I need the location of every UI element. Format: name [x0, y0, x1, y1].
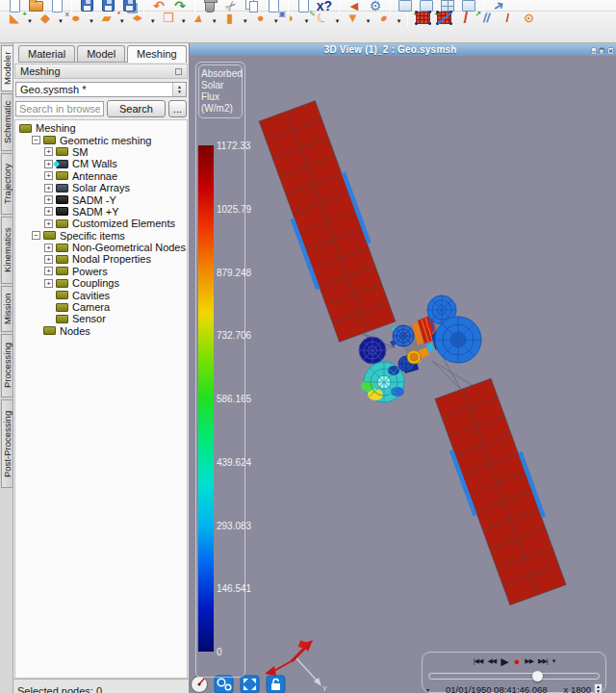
- tree-item-nodes[interactable]: Nodes: [15, 325, 187, 337]
- skip-to-end-button[interactable]: ▶▶|: [538, 656, 548, 666]
- create-trapezoid-icon[interactable]: ▰: [97, 9, 116, 28]
- file-combo[interactable]: Geo.sysmsh * ▲▼: [15, 82, 187, 97]
- record-button[interactable]: ●: [514, 656, 521, 666]
- search-input[interactable]: [15, 101, 104, 116]
- tab-material[interactable]: Material: [18, 45, 75, 62]
- create-cylinder-icon[interactable]: ▮: [220, 9, 240, 28]
- minimize-button[interactable]: –: [591, 47, 596, 55]
- create-cone-icon[interactable]: ▲: [190, 9, 209, 28]
- tree-item-powers[interactable]: +Powers: [15, 266, 187, 277]
- tree-expander-icon[interactable]: +: [44, 244, 53, 252]
- tree-item-specific-items[interactable]: −Specific items: [15, 230, 187, 242]
- tree-expander-icon[interactable]: +: [44, 147, 53, 156]
- tree-expander-icon[interactable]: +: [44, 171, 53, 180]
- tree-item-antennae[interactable]: +Antennae: [15, 170, 187, 182]
- mesh-refine-icon[interactable]: [434, 9, 453, 28]
- tree-item-sensor[interactable]: Sensor: [15, 313, 187, 324]
- skip-to-start-button[interactable]: |◀◀: [474, 656, 483, 666]
- tree-item-camera[interactable]: Camera: [15, 301, 187, 313]
- create-line-icon[interactable]: /: [455, 9, 475, 28]
- fit-view-icon[interactable]: [241, 676, 259, 693]
- dropdown-caret-icon[interactable]: ▼: [212, 18, 218, 24]
- tree-expander-icon[interactable]: +: [44, 195, 53, 204]
- dropdown-caret-icon[interactable]: ▼: [150, 18, 156, 24]
- create-axis-line-icon[interactable]: /: [498, 9, 517, 28]
- dropdown-caret-icon[interactable]: ▼: [365, 18, 371, 24]
- tree-item-customized-elements[interactable]: +Customized Elements: [15, 218, 187, 229]
- create-blob-icon[interactable]: ●: [373, 9, 393, 28]
- 3d-viewport[interactable]: Y: [190, 56, 616, 693]
- step-forward-button[interactable]: ▶▶: [525, 656, 533, 666]
- tree-item-cm-walls[interactable]: +CM Walls: [15, 158, 187, 169]
- tree-item-sm[interactable]: +SM: [15, 146, 187, 158]
- workbench-tab-post-processing[interactable]: Post-Processing: [1, 399, 13, 488]
- 3d-view-title-bar[interactable]: 3D View (1)_2 : Geo.sysmsh –❐✕: [190, 43, 616, 56]
- create-crescent-icon[interactable]: ☾: [313, 9, 332, 28]
- dropdown-caret-icon[interactable]: ▼: [335, 18, 341, 24]
- tree-item-nodal-properties[interactable]: +Nodal Properties: [15, 253, 187, 265]
- workbench-tab-processing[interactable]: Processing: [1, 334, 13, 398]
- tab-model[interactable]: Model: [77, 45, 125, 62]
- add-view-icon[interactable]: +: [396, 0, 415, 15]
- dropdown-caret-icon[interactable]: ▼: [58, 18, 64, 24]
- lock-view-icon[interactable]: [267, 676, 285, 693]
- player-menu-button[interactable]: ▾: [552, 656, 555, 666]
- combo-spinner-icon[interactable]: ▲▼: [172, 83, 186, 96]
- tree-expander-icon[interactable]: +: [44, 184, 53, 192]
- dropdown-caret-icon[interactable]: ▼: [27, 18, 33, 24]
- create-parallel-lines-icon[interactable]: //: [476, 9, 496, 28]
- workbench-tab-schematic[interactable]: Schematic: [1, 93, 13, 151]
- tree-item-cavities[interactable]: Cavities: [15, 289, 187, 300]
- create-point-icon[interactable]: ⊙: [519, 9, 538, 28]
- tree-item-non-geometrical-nodes[interactable]: +Non-Geometrical Nodes: [15, 242, 187, 253]
- create-triangle-icon[interactable]: ◣: [5, 9, 24, 28]
- dropdown-caret-icon[interactable]: ▼: [181, 18, 187, 24]
- workbench-tab-modeler[interactable]: Modeler: [1, 45, 13, 91]
- tree-item-meshing[interactable]: Meshing: [15, 122, 187, 134]
- tree-expander-icon[interactable]: +: [44, 267, 53, 275]
- create-disc-icon[interactable]: ●: [66, 9, 86, 28]
- create-sphere-icon[interactable]: ●: [251, 9, 270, 28]
- restore-button[interactable]: ❐: [599, 47, 605, 55]
- close-button[interactable]: ✕: [607, 47, 614, 55]
- create-hemisphere-icon[interactable]: ◗: [282, 9, 301, 28]
- create-rhombus-icon[interactable]: ◆: [128, 9, 147, 28]
- workbench-tab-mission[interactable]: Mission: [1, 286, 13, 332]
- dropdown-caret-icon[interactable]: ▼: [273, 18, 279, 24]
- tree-item-solar-arrays[interactable]: +Solar Arrays: [15, 182, 187, 193]
- panel-detach-icon[interactable]: [175, 68, 182, 75]
- workbench-tab-kinematics[interactable]: Kinematics: [1, 217, 13, 284]
- mesh-quadrangle-icon[interactable]: [413, 9, 432, 28]
- dropdown-caret-icon[interactable]: ▼: [89, 18, 94, 24]
- play-button[interactable]: ▶: [500, 656, 508, 666]
- tree-item-geometric-meshing[interactable]: −Geometric meshing: [15, 134, 187, 145]
- tree-expander-icon[interactable]: +: [44, 207, 53, 216]
- search-button[interactable]: Search: [107, 100, 166, 117]
- tree-expander-icon[interactable]: +: [44, 160, 53, 168]
- tree-expander-icon[interactable]: +: [44, 279, 53, 288]
- create-quadrangle-icon[interactable]: ◆: [36, 9, 55, 28]
- step-back-button[interactable]: ◀◀: [487, 656, 496, 666]
- tree-expander-icon[interactable]: −: [32, 231, 40, 240]
- tree-item-sadm-y[interactable]: +SADM +Y: [15, 206, 187, 218]
- timeline-slider[interactable]: [428, 673, 600, 680]
- create-box-icon[interactable]: ❒: [159, 9, 178, 28]
- tab-meshing[interactable]: Meshing: [127, 45, 187, 63]
- dropdown-caret-icon[interactable]: ▼: [304, 18, 310, 24]
- workbench-tab-trajectory[interactable]: Trajectory: [1, 153, 13, 215]
- settings-gears-icon[interactable]: [215, 676, 233, 693]
- speed-spinner-icon[interactable]: ▲▼: [594, 683, 603, 693]
- dropdown-caret-icon[interactable]: ▼: [396, 18, 401, 24]
- legend-tick-label: 879.248: [217, 267, 251, 277]
- tree-expander-icon[interactable]: −: [32, 136, 40, 144]
- tree-expander-icon[interactable]: +: [44, 255, 53, 264]
- timeline-slider-handle[interactable]: [532, 671, 543, 681]
- clock-icon[interactable]: [192, 677, 208, 693]
- more-options-button[interactable]: ...: [168, 100, 187, 117]
- dropdown-caret-icon[interactable]: ▼: [243, 18, 248, 24]
- create-paraboloid-icon[interactable]: ▼: [343, 9, 362, 28]
- tree-item-sadm-y[interactable]: +SADM -Y: [15, 193, 187, 205]
- tree-expander-icon[interactable]: +: [44, 219, 53, 228]
- dropdown-caret-icon[interactable]: ▼: [119, 18, 125, 24]
- tree-item-couplings[interactable]: +Couplings: [15, 277, 187, 289]
